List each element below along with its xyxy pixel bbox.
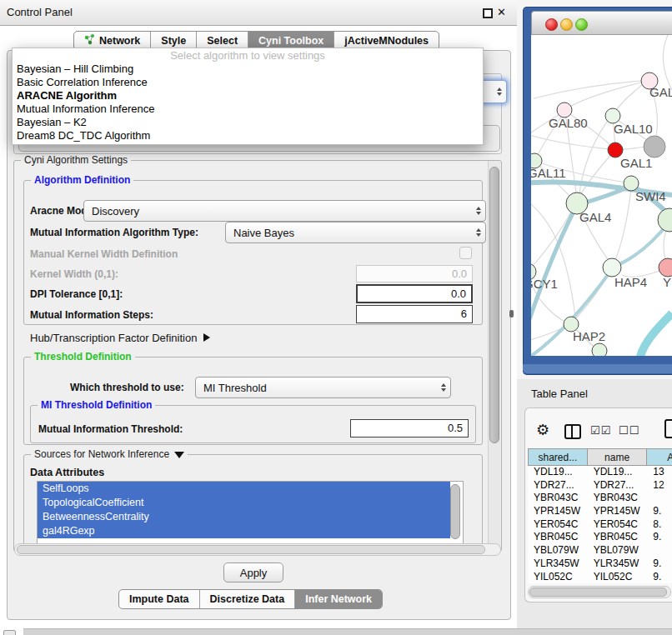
table-cell: YDL19...	[588, 466, 648, 479]
table-cell: YER054C	[588, 518, 648, 532]
network-icon	[84, 34, 95, 48]
dpi-tolerance-field[interactable]: 0.0	[356, 284, 473, 303]
network-node-label: HAP4	[614, 275, 647, 289]
table-cell: 9.	[647, 571, 672, 584]
network-node[interactable]	[658, 208, 672, 232]
expand-right-icon	[203, 333, 210, 342]
stepper-arrows-icon	[441, 383, 446, 392]
tab-label: jActiveMNodules	[344, 35, 429, 47]
which-threshold-label: Which threshold to use:	[70, 382, 184, 393]
network-window-titlebar[interactable]	[531, 11, 672, 35]
table-cell: YER054C	[528, 518, 588, 532]
column-header-shared[interactable]: shared...	[528, 448, 588, 466]
table-row[interactable]: YBL079WYBL079W	[528, 544, 672, 558]
mi-type-label: Mutual Information Algorithm Type:	[30, 227, 198, 238]
column-header-a[interactable]: A	[647, 448, 672, 466]
table-row[interactable]: YDR27...YDR27...12	[528, 479, 672, 492]
select-checkboxes-icon[interactable]: ☑☑	[590, 424, 611, 437]
kernel-width-field[interactable]: 0.0	[356, 265, 473, 282]
network-edge[interactable]	[640, 313, 672, 356]
import-table-icon[interactable]	[664, 419, 672, 438]
table-row[interactable]: YBR045CYBR045C9.	[528, 531, 672, 544]
table-hscrollbar-thumb[interactable]	[529, 588, 667, 597]
control-panel-titlebar: Control Panel ✕	[0, 0, 517, 26]
tab-discretize-data[interactable]: Discretize Data	[199, 590, 295, 608]
algorithm-option-mutual-information-inference[interactable]: Mutual Information Inference	[13, 102, 483, 116]
settings-group-title: Cyni Algorithm Settings	[21, 154, 131, 166]
algorithm-definition-title: Algorithm Definition	[31, 174, 133, 186]
list-item[interactable]: TopologicalCoefficient	[38, 496, 450, 510]
list-item[interactable]: BetweennessCentrality	[38, 510, 450, 524]
network-edge[interactable]	[663, 35, 672, 90]
table-row[interactable]: YIL052CYIL052C9.	[528, 571, 672, 584]
network-node[interactable]	[644, 136, 665, 158]
network-view-canvas[interactable]: GALGAL80GAL10GAL1GAL11SWI4GAL4HAP4YGCY1H…	[531, 35, 672, 356]
table-row[interactable]: YPR145WYPR145W9.	[528, 505, 672, 518]
which-threshold-combo[interactable]: MI Threshold	[195, 377, 451, 398]
table-cell: 9.	[647, 505, 672, 518]
network-edge[interactable]	[534, 81, 642, 98]
table-cell	[647, 492, 672, 505]
mi-steps-field[interactable]: 6	[356, 305, 473, 323]
network-node-label: GAL10	[614, 122, 653, 136]
node-attribute-table: shared...nameA YDL19...YDL19...13YDR27..…	[528, 448, 672, 583]
data-attributes-label: Data Attributes	[30, 467, 104, 478]
dock-icon[interactable]	[3, 630, 16, 635]
network-node-y[interactable]	[659, 258, 672, 277]
list-item[interactable]: gal4RGexp	[38, 524, 450, 538]
network-node-label: GAL11	[531, 166, 566, 180]
close-traffic-light-icon[interactable]	[545, 18, 558, 31]
algorithm-option-bayesian-hill-climbing[interactable]: Bayesian – Hill Climbing	[13, 62, 483, 76]
tab-impute-data[interactable]: Impute Data	[119, 590, 199, 608]
data-attributes-list[interactable]: SelfLoopsTopologicalCoefficientBetweenne…	[37, 481, 464, 545]
algorithm-option-dream8-dc-tdc-algorithm[interactable]: Dream8 DC_TDC Algorithm	[13, 129, 483, 142]
network-edge[interactable]	[612, 188, 631, 268]
apply-button[interactable]: Apply	[223, 562, 283, 582]
table-row[interactable]: YBR043CYBR043C	[528, 492, 672, 505]
table-cell: YIL052C	[588, 571, 648, 584]
algorithm-option-bayesian-k2[interactable]: Bayesian – K2	[13, 116, 483, 129]
network-edge[interactable]	[579, 150, 615, 198]
algorithm-option-basic-correlation-inference[interactable]: Basic Correlation Inference	[13, 76, 483, 89]
aracne-mode-combo[interactable]: Discovery	[83, 200, 486, 222]
split-columns-icon[interactable]	[564, 424, 581, 439]
tab-infer-network[interactable]: Infer Network	[294, 590, 382, 608]
zoom-traffic-light-icon[interactable]	[575, 18, 588, 31]
tab-label: Discretize Data	[210, 593, 285, 605]
settings-scrollbar-thumb[interactable]	[489, 167, 499, 443]
mi-threshold-field[interactable]: 0.5	[350, 419, 469, 438]
network-node[interactable]	[592, 343, 607, 356]
table-row[interactable]: YER054CYER054C8.	[528, 518, 672, 532]
algorithm-option-aracne-algorithm[interactable]: ARACNE Algorithm	[13, 89, 483, 102]
mi-type-combo[interactable]: Naive Bayes	[225, 222, 486, 243]
table-cell: YDR27...	[588, 479, 648, 492]
manual-kernel-checkbox[interactable]	[459, 247, 472, 259]
table-cell: 9.	[647, 558, 672, 571]
network-node-label: GAL1	[620, 156, 652, 170]
settings-hscrollbar-thumb[interactable]	[17, 545, 485, 554]
manual-kernel-label: Manual Kernel Width Definition	[30, 248, 178, 260]
network-edge[interactable]	[531, 205, 577, 332]
minimize-traffic-light-icon[interactable]	[560, 18, 573, 31]
deselect-checkboxes-icon[interactable]: ☐☐	[619, 424, 639, 437]
network-node-label: GAL	[649, 85, 672, 99]
table-body: YDL19...YDL19...13YDR27...YDR27...12YBR0…	[528, 466, 672, 583]
network-edge[interactable]	[570, 81, 648, 107]
table-cell: 13	[647, 466, 672, 479]
kernel-width-label: Kernel Width (0,1):	[30, 268, 118, 280]
close-panel-icon[interactable]: ✕	[497, 6, 506, 18]
table-cell: YBL079W	[528, 544, 588, 558]
hub-definition-expander[interactable]: Hub/Transcription Factor Definition	[30, 332, 210, 344]
list-scrollbar-thumb[interactable]	[450, 484, 460, 539]
float-window-icon[interactable]	[483, 8, 493, 18]
network-node-hap4[interactable]	[603, 258, 621, 277]
gear-icon[interactable]: ⚙	[536, 421, 549, 439]
panel-resize-handle[interactable]	[509, 310, 514, 318]
table-row[interactable]: YDL19...YDL19...13	[528, 466, 672, 479]
column-header-name[interactable]: name	[588, 448, 648, 466]
table-row[interactable]: YLR345WYLR345W9.	[528, 558, 672, 571]
sources-group-title[interactable]: Sources for Network Inference	[31, 448, 188, 460]
table-cell: YBR045C	[528, 531, 588, 544]
collapse-down-icon	[174, 452, 184, 458]
list-item[interactable]: SelfLoops	[38, 482, 450, 496]
